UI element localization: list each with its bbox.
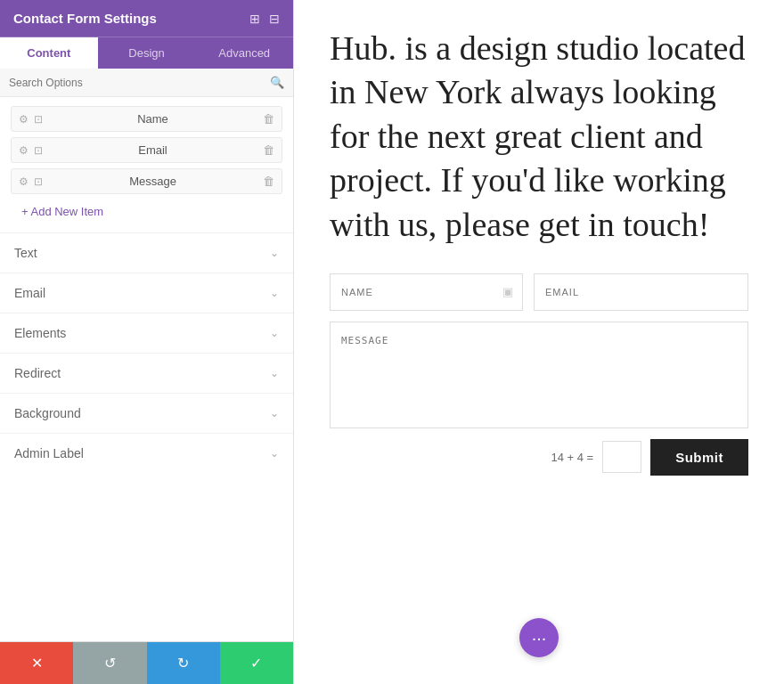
settings-panel: Contact Form Settings ⊞ ⊟ Content Design… [0, 0, 294, 684]
reorder-icon-email[interactable]: ⊡ [34, 144, 43, 157]
settings-icon-name[interactable]: ⚙ [19, 113, 29, 126]
field-item-name: ⚙ ⊡ Name 🗑 [11, 106, 282, 132]
message-textarea[interactable] [330, 322, 748, 428]
delete-icon-email[interactable]: 🗑 [263, 143, 274, 157]
submit-button[interactable]: Submit [650, 439, 748, 476]
chevron-down-icon-background: ⌄ [270, 407, 279, 419]
tab-bar: Content Design Advanced [0, 37, 293, 69]
chevron-down-icon-admin-label: ⌄ [270, 447, 279, 460]
accordion-background-header[interactable]: Background ⌄ [0, 394, 293, 433]
fab-button[interactable]: ··· [519, 618, 559, 657]
accordion-background: Background ⌄ [0, 393, 293, 433]
accordion-redirect: Redirect ⌄ [0, 353, 293, 393]
redo-button[interactable]: ↻ [147, 642, 220, 684]
panel-scroll: ⚙ ⊡ Name 🗑 ⚙ ⊡ Email 🗑 ⚙ ⊡ Message 🗑 + A… [0, 97, 293, 641]
reorder-icon-message[interactable]: ⊡ [34, 175, 43, 188]
panel-title: Contact Form Settings [13, 11, 157, 26]
contact-form: ▣ 14 + 4 = Submit [330, 273, 748, 476]
field-label-message: Message [48, 175, 257, 188]
chevron-down-icon-email: ⌄ [270, 287, 279, 299]
field-label-email: Email [48, 143, 257, 157]
search-input[interactable] [9, 77, 270, 89]
accordion-email: Email ⌄ [0, 273, 293, 313]
resize-icon[interactable]: ⊞ [249, 12, 260, 26]
accordion-text-header[interactable]: Text ⌄ [0, 233, 293, 273]
field-list: ⚙ ⊡ Name 🗑 ⚙ ⊡ Email 🗑 ⚙ ⊡ Message 🗑 + A… [0, 97, 293, 232]
accordion-text: Text ⌄ [0, 232, 293, 273]
cancel-icon: ✕ [31, 655, 43, 672]
bottom-toolbar: ✕ ↺ ↻ ✓ [0, 641, 293, 684]
save-icon: ✓ [250, 655, 262, 672]
chevron-down-icon-redirect: ⌄ [270, 367, 279, 379]
panel-header-icons: ⊞ ⊟ [249, 12, 280, 26]
accordion-redirect-header[interactable]: Redirect ⌄ [0, 354, 293, 393]
fab-icon: ··· [532, 628, 547, 648]
cancel-button[interactable]: ✕ [0, 642, 73, 684]
captcha-label: 14 + 4 = [551, 451, 593, 464]
save-button[interactable]: ✓ [220, 642, 293, 684]
accordion-admin-label-header[interactable]: Admin Label ⌄ [0, 434, 293, 473]
panel-toggle-icon[interactable]: ⊟ [269, 12, 280, 26]
undo-icon: ↺ [104, 655, 116, 672]
search-icon: 🔍 [270, 76, 284, 89]
undo-button[interactable]: ↺ [73, 642, 146, 684]
accordion-elements: Elements ⌄ [0, 313, 293, 353]
search-bar: 🔍 [0, 69, 293, 97]
captcha-input[interactable] [602, 441, 641, 473]
field-item-message: ⚙ ⊡ Message 🗑 [11, 168, 282, 194]
email-input[interactable] [534, 273, 748, 311]
chevron-down-icon-elements: ⌄ [270, 327, 279, 339]
settings-icon-message[interactable]: ⚙ [19, 175, 29, 188]
tab-content[interactable]: Content [0, 37, 98, 69]
form-row-name-email: ▣ [330, 273, 748, 311]
captcha-row: 14 + 4 = Submit [330, 439, 748, 476]
chevron-down-icon-text: ⌄ [270, 247, 279, 259]
tab-design[interactable]: Design [98, 37, 196, 69]
field-label-name: Name [48, 112, 257, 126]
field-item-email: ⚙ ⊡ Email 🗑 [11, 137, 282, 163]
name-input[interactable] [331, 274, 502, 310]
name-field-wrapper: ▣ [330, 273, 523, 311]
delete-icon-message[interactable]: 🗑 [263, 175, 274, 188]
panel-header: Contact Form Settings ⊞ ⊟ [0, 0, 293, 37]
accordion-elements-header[interactable]: Elements ⌄ [0, 314, 293, 353]
name-input-icon: ▣ [502, 285, 522, 298]
redo-icon: ↻ [177, 655, 189, 672]
preview-panel: Hub. is a design studio located in New Y… [294, 0, 784, 684]
delete-icon-name[interactable]: 🗑 [263, 112, 274, 126]
preview-text: Hub. is a design studio located in New Y… [330, 27, 748, 247]
accordion-admin-label: Admin Label ⌄ [0, 433, 293, 473]
tab-advanced[interactable]: Advanced [195, 37, 293, 69]
settings-icon-email[interactable]: ⚙ [19, 144, 29, 157]
add-new-item-button[interactable]: + Add New Item [11, 200, 282, 224]
reorder-icon-name[interactable]: ⊡ [34, 113, 43, 126]
accordion-email-header[interactable]: Email ⌄ [0, 273, 293, 313]
